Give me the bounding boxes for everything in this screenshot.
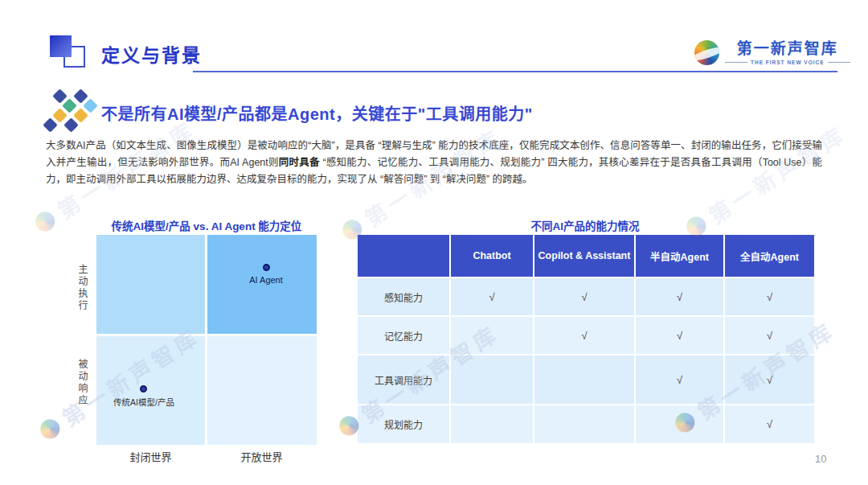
table-header-row: Chatbot Copilot & Assistant 半自动Agent 全自动…	[358, 235, 814, 277]
check-cell: √	[636, 317, 723, 354]
table-row: 记忆能力 √ √ √	[358, 317, 814, 354]
title-filled-square-icon	[50, 35, 72, 57]
page-number: 10	[815, 453, 826, 465]
logo: 第一新声智库 THE FIRST NEW VOICE	[694, 40, 850, 65]
tagline-dash	[828, 62, 850, 63]
check-cell	[534, 405, 634, 443]
logo-tagline-text: THE FIRST NEW VOICE	[751, 60, 825, 65]
table-row: 规划能力 √	[358, 405, 814, 443]
column-header-chatbot: Chatbot	[451, 235, 533, 277]
quadrant-chart	[96, 235, 317, 445]
watermark-globe-icon	[36, 415, 63, 442]
quadrant-bottom-right	[207, 336, 317, 445]
tagline-dash	[725, 62, 747, 63]
data-point-ai-agent	[263, 264, 270, 271]
column-header-full-auto-agent: 全自动Agent	[725, 235, 814, 277]
check-cell: √	[725, 317, 814, 354]
row-label: 记忆能力	[358, 317, 449, 354]
diamond	[52, 108, 67, 122]
x-axis-label-closed: 封闭世界	[96, 449, 205, 464]
diamond	[83, 98, 97, 113]
check-cell: √	[636, 356, 723, 404]
row-label: 工具调用能力	[358, 356, 449, 404]
column-header-empty	[358, 235, 449, 277]
data-point-label: 传统AI模型/产品	[113, 396, 174, 408]
diamond	[73, 108, 88, 122]
column-header-copilot: Copilot & Assistant	[534, 235, 634, 277]
check-cell: √	[725, 356, 814, 404]
watermark-globe-icon	[31, 208, 58, 234]
check-cell	[534, 356, 634, 404]
body-paragraph: 大多数AI产品（如文本生成、图像生成模型）是被动响应的“大脑”，是具备 “理解与…	[46, 138, 822, 188]
quadrant-top-left	[96, 235, 205, 334]
paragraph-bold-segment: 同时具备	[279, 157, 320, 168]
header-divider	[193, 71, 837, 72]
check-cell: √	[725, 405, 814, 443]
table-row: 感知能力 √ √ √ √	[358, 278, 814, 315]
table-row: 工具调用能力 √ √	[358, 356, 814, 404]
column-header-semi-auto-agent: 半自动Agent	[636, 235, 723, 277]
chart-title: 传统AI模型/产品 vs. AI Agent 能力定位	[96, 217, 317, 233]
check-cell	[451, 356, 533, 404]
slide: 第一新声智库 第一新声智库 第一新声智库 第一新声智库 第一新声智库 第一新声智…	[0, 0, 868, 485]
data-point-traditional	[140, 385, 147, 393]
check-cell: √	[534, 278, 634, 315]
row-label: 规划能力	[358, 405, 449, 443]
row-label: 感知能力	[358, 278, 449, 315]
y-axis-label-passive: 被动响应	[76, 359, 89, 407]
quadrant-bottom-left	[96, 336, 205, 445]
diamond	[43, 117, 57, 132]
check-cell	[636, 405, 723, 443]
diamond-chevrons-icon	[43, 90, 100, 134]
data-point-label: AI Agent	[249, 275, 283, 285]
page-title: 定义与背景	[101, 40, 202, 68]
y-axis-label-active: 主动执行	[76, 264, 89, 312]
logo-name: 第一新声智库	[737, 40, 838, 58]
check-cell: √	[451, 278, 533, 315]
diamond	[62, 98, 76, 113]
check-cell: √	[725, 278, 814, 315]
check-cell: √	[636, 278, 723, 315]
diamond	[63, 117, 78, 132]
logo-globe-icon	[694, 40, 719, 65]
check-cell: √	[534, 317, 634, 354]
check-cell	[451, 405, 533, 443]
capability-table: Chatbot Copilot & Assistant 半自动Agent 全自动…	[356, 233, 816, 445]
check-cell	[451, 317, 533, 354]
logo-tagline: THE FIRST NEW VOICE	[725, 60, 850, 65]
x-axis-label-open: 开放世界	[207, 449, 316, 464]
section-heading: 不是所有AI模型/产品都是Agent，关键在于"工具调用能力"	[101, 101, 533, 125]
table-title: 不同AI产品的能力情况	[356, 217, 814, 233]
